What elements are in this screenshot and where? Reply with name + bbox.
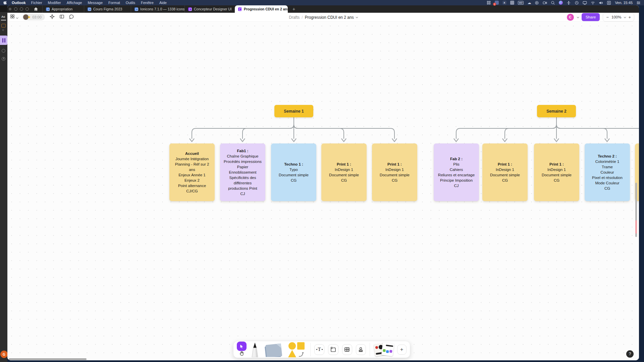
chevron-down-icon[interactable] xyxy=(356,16,358,18)
sticker-card xyxy=(381,342,394,356)
status-square-icon[interactable] xyxy=(510,1,514,5)
tab-progression-cdui[interactable]: Progression CDUI en 2 ans × xyxy=(235,5,288,13)
shape-tools-button[interactable] xyxy=(288,342,307,357)
sticky-note-print1-a[interactable]: Print 1 : InDesign 1Document simpleCG xyxy=(321,143,367,201)
new-tab-button[interactable]: + xyxy=(292,6,295,12)
control-center-icon[interactable] xyxy=(636,1,641,5)
note-body: InDesign 1Document simpleCG xyxy=(542,167,572,183)
timer-widget[interactable]: ★ 03:00 xyxy=(22,14,45,20)
background-sidebar-label: Ac xyxy=(1,15,5,18)
sticky-note-accueil[interactable]: Accueil Journée IntégrationPlanning - Ré… xyxy=(169,143,215,201)
week-header-semaine-2[interactable]: Semaine 2 xyxy=(537,105,576,117)
tab-appropriation[interactable]: Appropriation xyxy=(42,5,84,13)
volume-icon[interactable] xyxy=(599,1,603,5)
templates-button[interactable] xyxy=(59,14,64,20)
table-tool-button[interactable] xyxy=(342,344,352,355)
breadcrumb: Drafts / Progression CDUI en 2 ans xyxy=(289,13,357,22)
zoom-in-button[interactable]: + xyxy=(628,15,631,20)
cloud-icon[interactable]: ☁ xyxy=(527,1,531,5)
keyboard-grid-icon[interactable] xyxy=(487,1,491,5)
apple-icon[interactable] xyxy=(3,1,8,5)
note-line: Spécificités des xyxy=(224,175,262,180)
menu-item[interactable]: Message xyxy=(88,1,103,5)
stamp-tool-button[interactable] xyxy=(356,344,366,355)
week-header-semaine-1[interactable]: Semaine 1 xyxy=(274,105,313,117)
close-window-button[interactable] xyxy=(14,7,17,11)
airplay-display-icon[interactable] xyxy=(583,1,587,5)
sticky-note-print1-c[interactable]: Print 1 : InDesign 1Document simpleCG xyxy=(482,143,528,201)
home-icon[interactable] xyxy=(34,7,38,11)
note-body: InDesign 1Document simpleCG xyxy=(380,167,410,183)
main-menu-button[interactable] xyxy=(10,14,18,20)
siri-icon[interactable] xyxy=(559,1,563,5)
menu-bar-clock[interactable]: Ven. 15:45 xyxy=(615,1,633,5)
time-machine-icon[interactable] xyxy=(575,1,579,5)
comment-button[interactable] xyxy=(69,14,74,20)
swirl-icon[interactable] xyxy=(535,1,539,5)
note-title: Print 1 : xyxy=(387,162,402,167)
sticky-note-print1-b[interactable]: Print 1 : InDesign 1Document simpleCG xyxy=(372,143,417,201)
help-button[interactable]: ? xyxy=(626,350,634,358)
figjam-file-icon xyxy=(188,7,192,11)
menu-item[interactable]: Format xyxy=(108,1,120,5)
divider xyxy=(310,343,311,356)
wifi-icon[interactable] xyxy=(591,1,595,5)
current-user-avatar[interactable]: C xyxy=(567,14,574,21)
sticky-note-tool-button[interactable] xyxy=(263,342,284,357)
note-line: CJ/CG xyxy=(175,188,209,194)
menu-items: FichierModifierAffichageMessageFormatOut… xyxy=(31,1,167,5)
sticky-note-techno1[interactable]: Techno 1 : TypoDocument simpleCG xyxy=(271,143,316,201)
tab-ionicons[interactable]: Ionicons 7.1.0 — 1338 icons pack (C xyxy=(131,5,184,13)
ai-sparkle-button[interactable] xyxy=(50,14,55,20)
hand-tool-button[interactable] xyxy=(239,351,244,357)
menu-item[interactable]: Fichier xyxy=(31,1,42,5)
note-body: Colorimétrie 1TrameCouleurPixel et résol… xyxy=(592,159,623,191)
drive-utility-icon[interactable]: ▲ xyxy=(502,1,506,5)
menu-item[interactable]: Modifier xyxy=(48,1,61,5)
move-arrows-icon[interactable] xyxy=(567,1,571,5)
more-tools-button[interactable]: + xyxy=(397,345,407,355)
active-app-name[interactable]: Outlook xyxy=(12,1,26,5)
zoom-level[interactable]: 100% xyxy=(611,15,621,19)
sticky-note-techno2[interactable]: Techno 2 : Colorimétrie 1TrameCouleurPix… xyxy=(585,143,630,201)
figjam-canvas[interactable]: Semaine 1 Semaine 2 Accueil Journée Inté… xyxy=(7,22,639,360)
timer-value: 03:00 xyxy=(32,15,42,19)
menu-item[interactable]: Fenêtre xyxy=(141,1,154,5)
media-stickers-button[interactable] xyxy=(374,342,393,357)
tab-label: Concepteur Designer UI xyxy=(194,7,232,11)
select-tool-button[interactable] xyxy=(237,342,247,351)
note-line: Point alternance xyxy=(175,183,209,188)
page-title[interactable]: Progression CDUI en 2 ans xyxy=(305,15,354,20)
horizontal-scrollbar[interactable] xyxy=(9,358,87,360)
note-body: PlisCahiersReliures et encartagePrincipe… xyxy=(438,162,475,188)
sticky-note-fab2[interactable]: Fab 2 : PlisCahiersReliures et encartage… xyxy=(434,143,479,201)
wd-drive-icon[interactable]: WD xyxy=(518,1,524,5)
tab-cours-figma[interactable]: Cours Figma 2023 xyxy=(84,5,131,13)
app-update-icon[interactable]: 1 xyxy=(495,1,499,5)
sticky-note-print1-d[interactable]: Print 1 : InDesign 1Document simpleCG xyxy=(534,143,579,201)
background-window-strip: Ac C xyxy=(0,5,7,362)
divider xyxy=(370,343,370,356)
zoom-out-button[interactable]: − xyxy=(606,15,609,20)
chevron-down-icon[interactable] xyxy=(577,16,579,18)
note-line: CJ xyxy=(438,183,475,188)
figjam-tool-bar: T + xyxy=(233,341,410,358)
breadcrumb-folder[interactable]: Drafts xyxy=(289,15,300,20)
share-button[interactable]: Share xyxy=(582,13,600,21)
sticky-note-fab1[interactable]: Fab1 : Chaîne GraphiqueProcédés impressi… xyxy=(220,143,265,201)
menu-item[interactable]: Aide xyxy=(159,1,167,5)
zoom-window-button[interactable] xyxy=(25,7,29,11)
marker-tool-button[interactable] xyxy=(250,342,260,357)
input-source-icon[interactable] xyxy=(607,1,611,5)
menu-item[interactable]: Affichage xyxy=(67,1,82,5)
camera-icon[interactable] xyxy=(543,1,547,5)
section-tool-button[interactable] xyxy=(328,344,338,355)
note-line: Document simple xyxy=(380,172,410,178)
menu-item[interactable]: Outils xyxy=(126,1,135,5)
note-title: Fab1 : xyxy=(237,148,249,154)
tab-concepteur-designer-ui[interactable]: Concepteur Designer UI xyxy=(184,5,235,13)
chevron-down-icon[interactable] xyxy=(624,16,626,18)
minimize-window-button[interactable] xyxy=(20,7,23,11)
text-tool-button[interactable]: T xyxy=(314,344,324,355)
search-icon[interactable] xyxy=(551,1,555,5)
